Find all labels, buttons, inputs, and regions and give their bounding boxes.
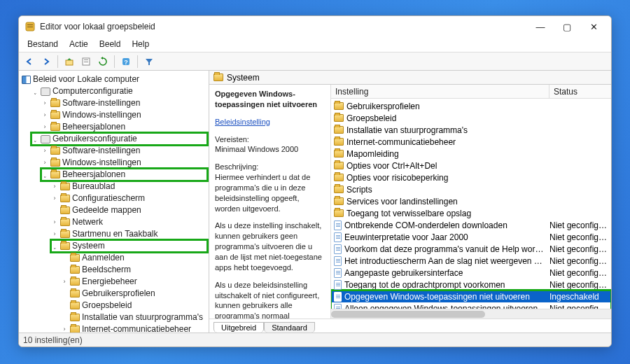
- svg-rect-1: [27, 24, 33, 25]
- list-folder[interactable]: Toegang tot verwisselbare opslag: [331, 207, 611, 219]
- tree-item[interactable]: ›Windows-instellingen: [41, 109, 207, 121]
- menu-view[interactable]: Beeld: [94, 37, 127, 52]
- tab-extended[interactable]: Uitgebreid: [214, 322, 264, 332]
- folder-icon: [334, 162, 344, 169]
- filter-button[interactable]: [141, 54, 157, 69]
- list-setting[interactable]: Voorkom dat deze programma's vanuit de H…: [331, 243, 611, 255]
- tab-standard[interactable]: Standaard: [264, 322, 315, 332]
- chevron-right-icon: ›: [41, 160, 48, 167]
- column-setting[interactable]: Instelling: [331, 85, 550, 98]
- tree-item[interactable]: ›Software-instellingen: [41, 145, 207, 157]
- tree-label: Software-instellingen: [62, 145, 140, 157]
- refresh-button[interactable]: [95, 54, 111, 69]
- folder-icon: [50, 171, 60, 178]
- tree-item[interactable]: Beeldscherm: [61, 264, 207, 276]
- chevron-right-icon: ›: [41, 112, 48, 119]
- column-status[interactable]: Status: [550, 85, 611, 98]
- list-label: Mapomleiding: [346, 149, 547, 159]
- requirements-label: Vereisten:: [215, 135, 249, 144]
- app-window: Editor voor lokaal groepsbeleid — ▢ ✕ Be…: [18, 15, 612, 347]
- chevron-right-icon: ›: [41, 148, 48, 155]
- folder-icon: [50, 111, 60, 119]
- list-folder[interactable]: Scripts: [331, 183, 611, 195]
- list-folder[interactable]: Internet-communicatiebeheer: [331, 136, 611, 148]
- chevron-right-icon: ›: [61, 326, 68, 333]
- list-folder[interactable]: Mapomleiding: [331, 148, 611, 160]
- up-button[interactable]: [62, 54, 77, 69]
- description-label: Beschrijving:: [215, 162, 258, 171]
- chevron-down-icon: ˬ: [41, 172, 48, 178]
- help-button[interactable]: ?: [118, 54, 134, 69]
- tree-item[interactable]: ›Internet-communicatiebeheer: [61, 323, 207, 332]
- edit-policy-link[interactable]: Beleidsinstelling: [215, 117, 325, 127]
- properties-button[interactable]: [78, 54, 94, 69]
- forward-button[interactable]: [38, 54, 54, 69]
- tree-user-config[interactable]: ˬ Gebruikersconfiguratie: [31, 133, 207, 145]
- setting-icon: [334, 220, 342, 230]
- tree-item[interactable]: ›Energiebeheer: [61, 276, 207, 288]
- tree-label: Computerconfiguratie: [52, 85, 133, 97]
- list-folder[interactable]: Installatie van stuurprogramma's: [331, 124, 611, 136]
- list-setting[interactable]: Alleen opgegeven Windows-toepassingen ui…: [331, 302, 611, 309]
- policy-icon: [22, 76, 31, 84]
- tree-label: Systeem: [72, 240, 105, 252]
- folder-icon: [70, 254, 80, 262]
- svg-rect-6: [84, 62, 88, 62]
- tree-item[interactable]: Gebruikersprofielen: [61, 288, 207, 300]
- setting-icon: [334, 280, 342, 290]
- tree-item[interactable]: ›Software-instellingen: [41, 97, 207, 109]
- folder-icon: [60, 242, 70, 250]
- tree-label: Netwerk: [72, 216, 103, 228]
- folder-icon: [70, 278, 80, 286]
- list-label: Opties voor risicobeperking: [346, 173, 547, 183]
- folder-icon: [334, 138, 344, 146]
- folder-icon: [50, 123, 60, 131]
- tree-item[interactable]: Installatie van stuurprogramma's: [61, 312, 207, 323]
- list-folder[interactable]: Gebruikersprofielen: [331, 100, 611, 112]
- menu-file[interactable]: Bestand: [22, 37, 64, 52]
- tree-systeem[interactable]: ˬ Systeem: [51, 240, 207, 252]
- list-setting[interactable]: Opgegeven Windows-toepassingen niet uitv…: [331, 290, 611, 302]
- minimize-button[interactable]: —: [527, 16, 554, 37]
- folder-icon: [334, 197, 344, 205]
- list-setting[interactable]: Het introductiescherm Aan de slag niet w…: [331, 255, 611, 267]
- tree-label: Gebruikersprofielen: [82, 288, 155, 300]
- list-setting[interactable]: Eeuwinterpretatie voor Jaar 2000Niet gec…: [331, 231, 611, 243]
- tree-admin-templates[interactable]: ˬ Beheersjablonen: [41, 169, 207, 181]
- tree-item[interactable]: ›Bureaublad: [51, 181, 207, 192]
- tree-label: Internet-communicatiebeheer: [82, 323, 191, 332]
- tree-label: Windows-instellingen: [62, 109, 141, 121]
- tree-label: Beheersjablonen: [62, 121, 125, 133]
- list-folder[interactable]: Services voor landinstellingen: [331, 195, 611, 207]
- menu-help[interactable]: Help: [126, 37, 155, 52]
- tree-item[interactable]: ›Startmenu en Taakbalk: [51, 228, 207, 240]
- tree-item[interactable]: Aanmelden: [61, 252, 207, 264]
- list-folder[interactable]: Opties voor risicobeperking: [331, 172, 611, 183]
- tree-item[interactable]: Groepsbeleid: [61, 300, 207, 312]
- folder-icon: [214, 74, 223, 81]
- close-button[interactable]: ✕: [580, 16, 607, 37]
- tree-root[interactable]: Beleid voor Lokale computer: [22, 74, 207, 85]
- tree-item[interactable]: Gedeelde mappen: [51, 204, 207, 216]
- setting-label: Het introductiescherm Aan de slag niet w…: [344, 256, 547, 266]
- list-setting[interactable]: Toegang tot de opdrachtprompt voorkomenN…: [331, 279, 611, 290]
- list-folder[interactable]: Groepsbeleid: [331, 112, 611, 124]
- setting-status: Niet geconfigu...: [550, 256, 611, 266]
- tree-pane[interactable]: Beleid voor Lokale computer ˬ Computerco…: [19, 71, 209, 332]
- tree-computer-config[interactable]: ˬ Computerconfiguratie: [31, 85, 207, 97]
- setting-icon: [334, 244, 342, 254]
- tree-item[interactable]: ›Netwerk: [51, 216, 207, 228]
- chevron-right-icon: ›: [51, 195, 58, 202]
- tree-item[interactable]: ›Configuratiescherm: [51, 192, 207, 204]
- list-setting[interactable]: Aangepaste gebruikersinterfaceNiet gecon…: [331, 267, 611, 279]
- maximize-button[interactable]: ▢: [554, 16, 580, 37]
- list-setting[interactable]: Ontbrekende COM-onderdelen downloadenNie…: [331, 219, 611, 231]
- folder-icon: [334, 102, 344, 110]
- list-folder[interactable]: Opties voor Ctrl+Alt+Del: [331, 160, 611, 172]
- horizontal-scrollbar[interactable]: [331, 309, 611, 318]
- tree-item[interactable]: ›Beheersjablonen: [41, 121, 207, 133]
- list-label: Scripts: [346, 185, 547, 195]
- tree-item[interactable]: ›Windows-instellingen: [41, 157, 207, 169]
- back-button[interactable]: [22, 54, 37, 69]
- menu-action[interactable]: Actie: [64, 37, 94, 52]
